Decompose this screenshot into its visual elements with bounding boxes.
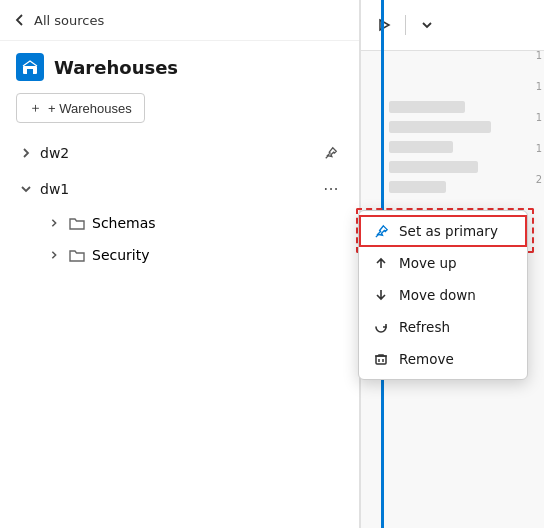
arrow-up-icon (373, 255, 389, 271)
security-label: Security (92, 247, 150, 263)
content-line-3 (389, 141, 453, 153)
top-bar: All sources (0, 0, 359, 41)
menu-item-set-primary[interactable]: Set as primary (359, 215, 527, 247)
arrow-down-icon (373, 287, 389, 303)
move-up-label: Move up (399, 255, 457, 271)
refresh-label: Refresh (399, 319, 450, 335)
line-num-2: 1 (536, 81, 542, 92)
schemas-item[interactable]: Schemas (8, 207, 351, 239)
menu-item-refresh[interactable]: Refresh (359, 311, 527, 343)
menu-item-move-up[interactable]: Move up (359, 247, 527, 279)
svg-rect-1 (27, 69, 33, 74)
dw1-label: dw1 (40, 181, 319, 197)
back-label: All sources (34, 13, 104, 28)
refresh-icon (373, 319, 389, 335)
schemas-chevron-icon (44, 213, 64, 233)
play-button[interactable] (369, 10, 399, 40)
folder-icon-schemas (68, 214, 86, 232)
line-num-4: 1 (536, 143, 542, 154)
back-button[interactable]: All sources (12, 12, 104, 28)
security-item[interactable]: Security (8, 239, 351, 271)
menu-item-move-down[interactable]: Move down (359, 279, 527, 311)
chevron-down-button[interactable] (412, 10, 442, 40)
left-panel: All sources Warehouses ＋ + Warehouses (0, 0, 360, 528)
chevron-right-icon (16, 143, 36, 163)
schemas-label: Schemas (92, 215, 156, 231)
security-chevron-icon (44, 245, 64, 265)
folder-icon-security (68, 246, 86, 264)
warehouse-icon (16, 53, 44, 81)
dw2-actions (319, 141, 343, 165)
chevron-down-icon (16, 179, 36, 199)
line-num-5: 2 (536, 174, 542, 185)
dw2-label: dw2 (40, 145, 319, 161)
context-menu: Set as primary Move up Move down Refresh (358, 210, 528, 380)
toolbar-divider (405, 15, 406, 35)
set-primary-label: Set as primary (399, 223, 498, 239)
add-btn-row: ＋ + Warehouses (0, 89, 359, 135)
toolbar-row (361, 0, 544, 51)
panel-header: Warehouses (0, 41, 359, 89)
tree-item-dw1[interactable]: dw1 ··· (8, 171, 351, 207)
content-line-1 (389, 101, 465, 113)
tree-item-dw2[interactable]: dw2 (8, 135, 351, 171)
content-line-2 (389, 121, 491, 133)
content-line-5 (389, 181, 446, 193)
pin-icon-dw2[interactable] (319, 141, 343, 165)
move-down-label: Move down (399, 287, 476, 303)
panel-title: Warehouses (54, 57, 178, 78)
trash-icon (373, 351, 389, 367)
more-options-icon-dw1[interactable]: ··· (319, 177, 343, 201)
line-num-1: 1 (536, 50, 542, 61)
line-numbers: 1 1 1 1 2 (536, 50, 544, 185)
dw1-actions: ··· (319, 177, 343, 201)
add-warehouse-button[interactable]: ＋ + Warehouses (16, 93, 145, 123)
svg-line-3 (375, 234, 378, 237)
tree-section: dw2 dw1 ··· (0, 135, 359, 271)
line-num-3: 1 (536, 112, 542, 123)
remove-label: Remove (399, 351, 454, 367)
pin-menu-icon (373, 223, 389, 239)
menu-item-remove[interactable]: Remove (359, 343, 527, 375)
add-btn-label: + Warehouses (48, 101, 132, 116)
content-area (361, 51, 544, 193)
content-line-4 (389, 161, 478, 173)
plus-icon: ＋ (29, 99, 42, 117)
svg-line-2 (326, 156, 329, 159)
svg-rect-4 (376, 356, 386, 364)
